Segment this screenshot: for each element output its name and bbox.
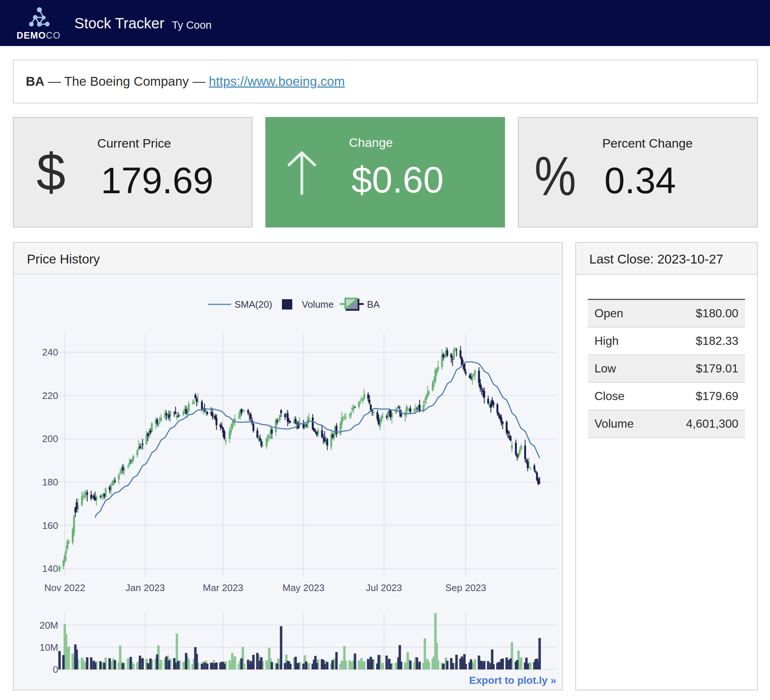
svg-text:180: 180 [42,477,58,488]
svg-text:Sep 2023: Sep 2023 [445,582,486,593]
svg-text:Jan 2023: Jan 2023 [126,582,165,593]
svg-text:Mar 2023: Mar 2023 [203,582,243,593]
svg-text:220: 220 [42,390,58,401]
svg-text:140: 140 [42,563,58,574]
svg-text:Export to plot.ly »: Export to plot.ly » [469,675,556,686]
svg-text:0: 0 [53,664,58,675]
svg-text:Nov 2022: Nov 2022 [44,582,85,593]
svg-text:10M: 10M [39,642,58,653]
svg-text:240: 240 [42,347,58,358]
svg-text:May 2023: May 2023 [283,582,325,593]
svg-text:BA: BA [367,299,380,310]
svg-text:Volume: Volume [302,299,334,310]
svg-text:160: 160 [42,520,58,531]
svg-text:Jul 2023: Jul 2023 [366,582,402,593]
svg-text:20M: 20M [39,620,58,631]
svg-text:200: 200 [42,433,58,444]
svg-text:SMA(20): SMA(20) [235,299,272,310]
